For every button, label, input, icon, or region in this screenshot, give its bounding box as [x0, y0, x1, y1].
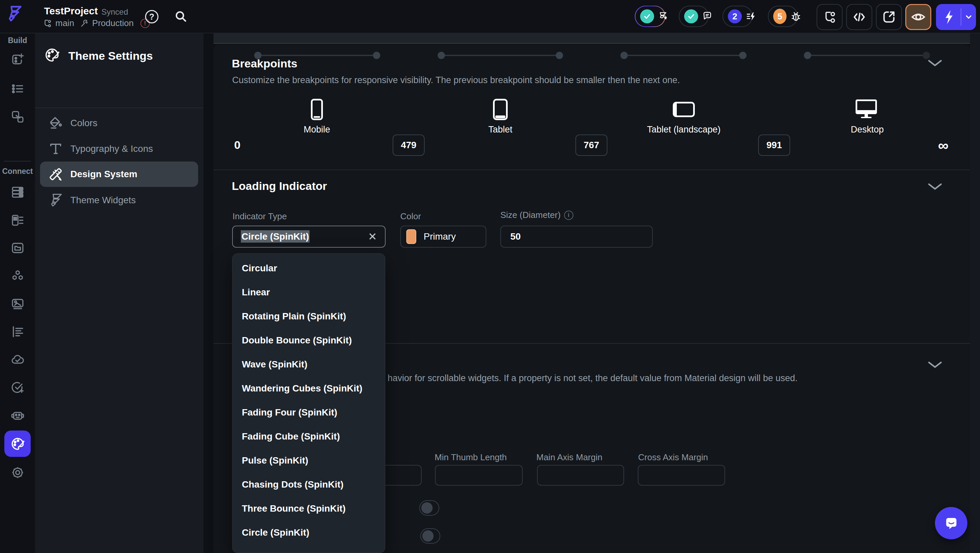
section-divider	[213, 169, 970, 170]
sidebar-item-content[interactable]	[10, 324, 25, 339]
breakpoint-max-label: ∞	[938, 137, 948, 154]
sidebar-item-tests[interactable]	[10, 380, 25, 395]
chat-bubble-icon	[943, 516, 959, 531]
scrollbar-description: havior for scrollable widgets. If a prop…	[388, 373, 797, 384]
dropdown-option[interactable]: Fading Four (SpinKit)	[232, 400, 385, 424]
sidebar-item-components[interactable]	[10, 110, 25, 124]
sidebar-item-widget-palette[interactable]	[10, 53, 25, 67]
breakpoint-handle[interactable]	[923, 52, 930, 59]
breakpoint-handle[interactable]	[373, 52, 380, 59]
device-label-mobile: Mobile	[283, 124, 350, 135]
panel-item-label: Colors	[70, 118, 97, 129]
support-chat-button[interactable]	[935, 507, 967, 539]
color-swatch	[406, 229, 416, 244]
breakpoint-handle[interactable]	[438, 52, 445, 59]
sidebar-item-database[interactable]	[10, 185, 25, 199]
min-thumb-length-input[interactable]	[436, 470, 522, 481]
breakpoint-value-tablet-landscape[interactable]	[758, 134, 790, 156]
dropdown-option[interactable]: Wave (SpinKit)	[232, 352, 385, 376]
sidebar-item-settings[interactable]	[10, 465, 25, 480]
branch-manager-button[interactable]	[816, 4, 843, 30]
dropdown-option[interactable]: Cube Grid (SpinKit)	[232, 545, 385, 553]
color-value: Primary	[424, 231, 456, 242]
breakpoint-value-mobile[interactable]	[393, 134, 425, 156]
code-view-button[interactable]	[846, 4, 872, 30]
indicator-type-dropdown: Circular Linear Rotating Plain (SpinKit)…	[232, 253, 385, 553]
scrollbar-collapse-chevron-icon[interactable]	[927, 360, 943, 370]
project-name[interactable]: TestProject	[44, 5, 98, 17]
breakpoints-description: Customize the breakpoints for responsive…	[232, 75, 680, 85]
panel-divider	[35, 107, 204, 108]
actions-icon	[746, 11, 757, 22]
min-thumb-length-label: Min Thumb Length	[434, 452, 507, 462]
sidebar-item-widget-tree[interactable]	[10, 81, 25, 96]
run-button[interactable]	[936, 4, 976, 30]
dropdown-option[interactable]: Double Bounce (SpinKit)	[232, 328, 385, 352]
dropdown-option[interactable]: Linear	[232, 280, 385, 304]
size-field[interactable]	[500, 226, 653, 248]
sidebar-item-automations[interactable]	[10, 408, 25, 423]
panel-title: Theme Settings	[68, 49, 153, 62]
design-review-icon	[658, 11, 668, 21]
indicator-type-combobox[interactable]: Circle (SpinKit) ✕	[232, 226, 386, 248]
breakpoint-value-tablet[interactable]	[575, 134, 608, 156]
scrollbar-toggle-1[interactable]	[419, 500, 439, 516]
sidebar-item-storage[interactable]	[10, 241, 25, 255]
theme-widgets-icon	[49, 193, 63, 207]
scrollbar-toggle-2[interactable]	[420, 528, 440, 543]
sidebar-item-cloud-functions[interactable]	[10, 352, 25, 367]
panel-item-theme-widgets[interactable]: Theme Widgets i	[35, 187, 204, 213]
color-field[interactable]: Primary	[400, 226, 486, 248]
flutterflow-logo-icon[interactable]	[7, 5, 23, 28]
sidebar-item-integrations[interactable]	[10, 269, 25, 283]
dropdown-option[interactable]: Circular	[232, 256, 385, 280]
panel-item-label: Theme Widgets	[70, 195, 136, 206]
panel-item-typography[interactable]: Typography & Icons i	[35, 136, 204, 161]
scrollbar-gutter[interactable]	[970, 33, 980, 553]
info-icon[interactable]: i	[564, 210, 573, 220]
breakpoint-handle[interactable]	[804, 52, 811, 59]
open-external-button[interactable]	[876, 4, 902, 30]
breakpoint-handle[interactable]	[556, 52, 563, 59]
breakpoint-handle[interactable]	[620, 52, 628, 59]
panel-item-colors[interactable]: Colors i	[35, 110, 204, 136]
run-options-chevron-icon[interactable]	[961, 13, 976, 21]
cross-axis-margin-field[interactable]	[638, 465, 725, 486]
panel-item-design-system[interactable]: Design System i	[35, 161, 204, 187]
breakpoint-handle[interactable]	[739, 52, 746, 59]
size-input[interactable]	[501, 231, 652, 242]
mobile-icon	[311, 99, 323, 120]
comments-status-button[interactable]	[679, 6, 709, 27]
preview-button[interactable]	[905, 4, 931, 30]
dropdown-option[interactable]: Pulse (SpinKit)	[232, 449, 385, 473]
sidebar-item-media-assets[interactable]	[10, 297, 25, 311]
breakpoint-min-label: 0	[234, 139, 240, 151]
help-icon[interactable]: ?	[145, 10, 158, 23]
environment-name[interactable]: Production	[92, 18, 134, 29]
dropdown-option[interactable]: Circle (SpinKit)	[232, 521, 385, 545]
dropdown-option[interactable]: Chasing Dots (SpinKit)	[232, 473, 385, 497]
color-label: Color	[400, 211, 421, 222]
actions-status-button[interactable]: 2	[722, 6, 752, 27]
builder-status-button[interactable]	[635, 6, 665, 27]
main-axis-margin-field[interactable]	[537, 465, 624, 486]
cross-axis-margin-input[interactable]	[638, 470, 724, 481]
sync-status: Synced	[102, 7, 128, 17]
main-axis-margin-input[interactable]	[538, 470, 624, 481]
main-axis-margin-label: Main Axis Margin	[536, 452, 602, 462]
dropdown-option[interactable]: Fading Cube (SpinKit)	[232, 424, 385, 449]
breakpoint-handle[interactable]	[254, 52, 261, 59]
loading-indicator-collapse-chevron-icon[interactable]	[927, 182, 943, 191]
min-thumb-length-field[interactable]	[435, 465, 523, 486]
dropdown-option[interactable]: Three Bounce (SpinKit)	[232, 497, 385, 521]
device-label-tablet: Tablet	[467, 124, 534, 135]
dropdown-option[interactable]: Rotating Plain (SpinKit)	[232, 304, 385, 328]
clear-icon[interactable]: ✕	[368, 231, 377, 242]
dropdown-option[interactable]: Wandering Cubes (SpinKit)	[232, 376, 385, 400]
sidebar-item-theme-settings[interactable]	[4, 430, 31, 457]
sidebar-item-data-types[interactable]	[10, 213, 25, 228]
search-icon[interactable]	[174, 10, 188, 23]
breakpoints-collapse-chevron-icon[interactable]	[927, 58, 943, 68]
branch-name[interactable]: main	[56, 18, 74, 29]
issues-status-button[interactable]: 5	[768, 6, 798, 27]
